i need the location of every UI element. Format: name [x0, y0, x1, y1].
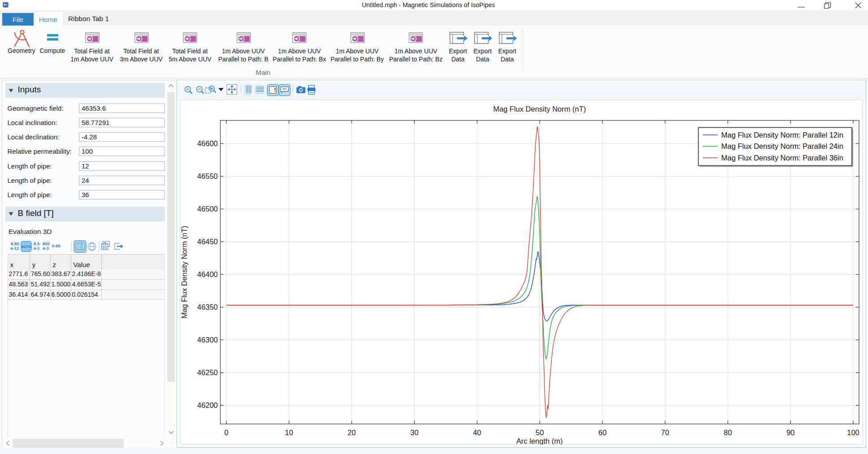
svg-text:30: 30	[410, 428, 419, 437]
svg-text:46200: 46200	[197, 401, 218, 409]
svg-text:46350: 46350	[197, 303, 218, 311]
svg-text:100: 100	[847, 428, 859, 437]
svg-text:e-12: e-12	[10, 246, 19, 251]
svg-text:Mag Flux Density Norm: Paralle: Mag Flux Density Norm: Parallel 12in	[721, 131, 843, 139]
svg-text:46600: 46600	[197, 139, 218, 147]
svg-text:Mag Flux Density Norm (nT): Mag Flux Density Norm (nT)	[180, 225, 188, 318]
svg-text:Mag Flux Density Norm: Paralle: Mag Flux Density Norm: Parallel 36in	[721, 154, 843, 162]
svg-text:Mag Flux Density Norm (nT): Mag Flux Density Norm (nT)	[493, 105, 586, 113]
svg-text:46300: 46300	[197, 336, 218, 344]
svg-text:Arc length (m): Arc length (m)	[516, 437, 563, 445]
svg-text:80: 80	[724, 428, 732, 437]
svg-text:46450: 46450	[197, 238, 218, 246]
svg-text:e-3: e-3	[43, 246, 49, 251]
svg-text:50: 50	[535, 428, 544, 437]
svg-text:60: 60	[598, 428, 606, 437]
svg-text:Mag Flux Density Norm: Paralle: Mag Flux Density Norm: Parallel 24in	[721, 142, 843, 150]
svg-text:AUTO: AUTO	[21, 245, 31, 249]
svg-text:46250: 46250	[197, 368, 218, 376]
svg-text:46400: 46400	[197, 270, 218, 278]
svg-text:0: 0	[224, 428, 228, 437]
svg-text:20: 20	[348, 428, 356, 437]
svg-text:46550: 46550	[197, 172, 218, 180]
svg-text:10: 10	[285, 428, 293, 437]
svg-text:e-1: e-1	[34, 246, 40, 251]
svg-text:90: 90	[786, 428, 795, 437]
svg-text:40: 40	[473, 428, 481, 437]
svg-text:70: 70	[661, 428, 669, 437]
svg-text:0.85: 0.85	[52, 243, 60, 248]
svg-text:46500: 46500	[197, 205, 218, 213]
